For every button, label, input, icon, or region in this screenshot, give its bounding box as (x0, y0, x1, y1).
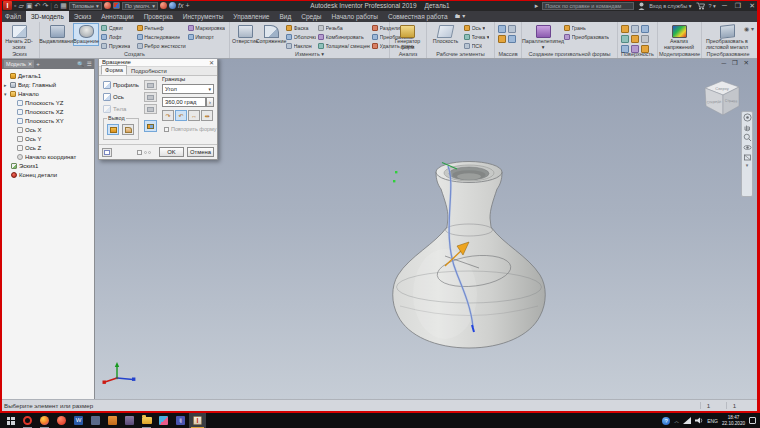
tree-item-center-point[interactable]: Начало координат (17, 152, 94, 161)
derive-button[interactable]: Наследование (137, 32, 186, 41)
freeform-box-button[interactable]: Параллелепипед ▾ (524, 23, 562, 52)
pan-hand-icon[interactable] (743, 123, 752, 132)
help-search-input[interactable]: Поиск по справке и командам (542, 2, 634, 10)
stitch-icon[interactable] (621, 25, 629, 33)
start-2d-sketch-button[interactable]: Начать 2D-эскиз (2, 23, 36, 52)
clock[interactable]: 18:47 22.10.2020 (722, 415, 745, 425)
direction-2-button[interactable]: ↶ (175, 110, 187, 121)
output-solid-button[interactable] (107, 124, 119, 135)
start-button[interactable] (2, 413, 19, 428)
ribbon-appearance-icon[interactable]: ◉ ▾ (744, 25, 754, 32)
import-button[interactable]: Импорт (188, 32, 227, 41)
dialog-tab-details[interactable]: Подробности (128, 67, 170, 75)
angle-input[interactable]: 360,00 град (162, 97, 206, 107)
patch-icon[interactable] (631, 25, 639, 33)
zoom-icon[interactable] (743, 133, 752, 142)
shell-button[interactable]: Оболочка (286, 32, 316, 41)
decal-button[interactable]: Маркировка (188, 23, 227, 32)
tab-file[interactable]: Файл (0, 11, 26, 22)
stress-analysis-button[interactable]: Анализ напряжений (660, 23, 698, 52)
help-button[interactable]: ? ▾ (709, 3, 716, 9)
material-sphere-icon[interactable] (104, 2, 111, 9)
taskbar-firefox[interactable] (36, 413, 53, 428)
tree-item-axis-y[interactable]: Ось Y (17, 134, 94, 143)
direction-symmetric-button[interactable]: ↔ (188, 110, 200, 121)
parameters-fx-icon[interactable]: fx (178, 1, 183, 10)
taskbar-opera[interactable] (19, 413, 36, 428)
rib-button[interactable]: Ребро жесткости (137, 41, 186, 50)
tree-item-plane-xz[interactable]: Плоскость XZ (17, 107, 94, 116)
search-icon[interactable]: 🔍 (77, 61, 84, 67)
new-file-icon[interactable]: ▫ (14, 1, 16, 10)
coil-button[interactable]: Пружина (101, 41, 135, 50)
taskbar-app-orange[interactable] (104, 413, 121, 428)
minimize-button[interactable]: ─ (720, 2, 729, 9)
network-icon[interactable] (683, 417, 691, 424)
adjust-sphere-icon[interactable] (160, 2, 167, 9)
tree-item-part[interactable]: Деталь1 (4, 71, 94, 80)
direction-asymmetric-button[interactable]: ⇹ (201, 110, 213, 121)
combine-button[interactable]: Комбинировать (318, 32, 370, 41)
tab-inspect[interactable]: Проверка (139, 11, 178, 22)
material-select[interactable]: Типовые▾ (69, 2, 102, 10)
render-icon[interactable]: ▦ (60, 1, 67, 10)
tab-environments[interactable]: Среды (296, 11, 326, 22)
language-indicator[interactable]: ENG (707, 418, 718, 424)
view-cube[interactable]: Сверху Спереди Справа (699, 77, 745, 119)
inventor-logo-icon[interactable]: I (3, 1, 12, 10)
tree-item-axis-z[interactable]: Ось Z (17, 143, 94, 152)
cart-icon[interactable] (696, 2, 705, 10)
circular-pattern-icon[interactable] (508, 25, 516, 33)
taskbar-teams[interactable]: ij (172, 413, 189, 428)
direction-1-button[interactable]: ↷ (162, 110, 174, 121)
notification-center-icon[interactable] (749, 417, 756, 424)
mirror-icon[interactable] (498, 35, 506, 43)
tab-3d-model[interactable]: 3D-модель (26, 11, 69, 22)
loft-button[interactable]: Лофт (101, 32, 135, 41)
trim-icon[interactable] (641, 25, 649, 33)
undo-icon[interactable]: ↶ (35, 1, 41, 10)
freeform-face-button[interactable]: Грань (564, 23, 612, 32)
tray-expand-icon[interactable]: ︿ (674, 418, 679, 424)
browser-tab-model[interactable]: Модель✕ (4, 60, 34, 68)
close-button[interactable]: ✕ (747, 2, 757, 10)
solids-selector[interactable]: Тела (103, 105, 126, 113)
taskbar-onenote[interactable] (87, 413, 104, 428)
taskbar-inventor-active[interactable]: I (189, 413, 206, 428)
navigation-wheel-icon[interactable] (743, 113, 752, 122)
navbar-more-icon[interactable]: ▾ (746, 163, 749, 168)
tree-item-view[interactable]: ▸Вид: Главный (4, 80, 94, 89)
speaker-icon[interactable] (695, 417, 703, 424)
tab-tools[interactable]: Инструменты (178, 11, 229, 22)
tree-item-sketch1[interactable]: Эскиз1 (11, 161, 94, 170)
dialog-options-button[interactable] (102, 148, 112, 157)
draft-button[interactable]: Наклон (286, 41, 316, 50)
work-point-button[interactable]: Точка ▾ (464, 32, 492, 41)
dialog-tab-shape[interactable]: Форма (101, 65, 127, 75)
search-arrow-icon[interactable]: ▸ (535, 1, 539, 10)
hole-button[interactable]: Отверстие (232, 23, 258, 46)
taskbar-photos[interactable] (155, 413, 172, 428)
tab-manage[interactable]: Управление (228, 11, 274, 22)
extents-type-select[interactable]: Угол▾ (162, 84, 214, 94)
freeform-convert-button[interactable]: Преобразовать (564, 32, 612, 41)
taskbar-browser[interactable] (53, 413, 70, 428)
home-icon[interactable]: ⌂ (54, 1, 58, 10)
open-file-icon[interactable]: ▱ (18, 1, 23, 10)
fillet-button[interactable]: Сопряжение (258, 23, 284, 46)
match-shape-checkbox[interactable]: Повторить форму (164, 126, 217, 132)
work-axis-button[interactable]: Ось ▾ (464, 23, 492, 32)
sign-in-button[interactable]: Вход в службы ▾ (649, 3, 691, 9)
dialog-close-icon[interactable]: ✕ (209, 59, 214, 66)
look-at-icon[interactable] (743, 153, 752, 162)
emboss-button[interactable]: Рельеф (137, 23, 186, 32)
rectangular-pattern-icon[interactable] (498, 25, 506, 33)
appearance-select[interactable]: По умолч.▾ (122, 2, 158, 10)
tree-item-plane-xy[interactable]: Плоскость XY (17, 116, 94, 125)
cancel-button[interactable]: Отмена (187, 147, 214, 157)
close-icon[interactable]: ✕ (28, 60, 33, 68)
ucs-button[interactable]: ПСК (464, 41, 492, 50)
preview-checkbox[interactable] (137, 150, 151, 155)
tray-help-icon[interactable]: ? (662, 417, 670, 425)
work-plane-button[interactable]: Плоскость (429, 23, 462, 46)
